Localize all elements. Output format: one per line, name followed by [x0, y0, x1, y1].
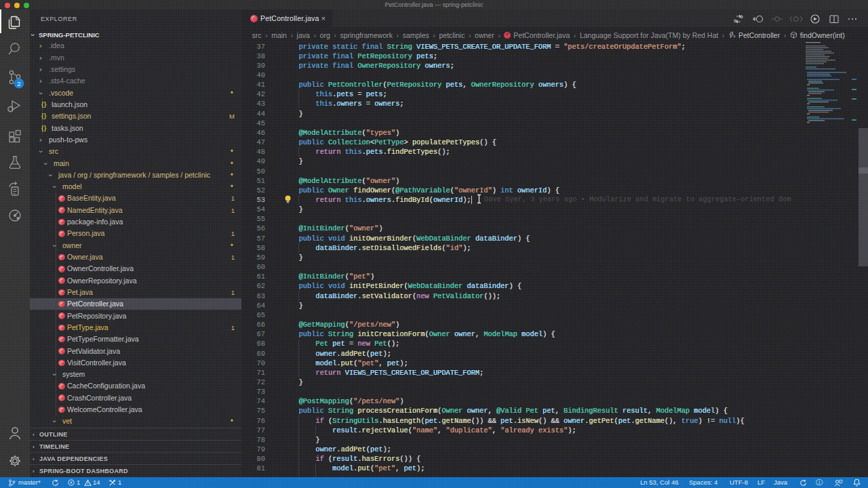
- svg-text:2: 2: [17, 80, 20, 87]
